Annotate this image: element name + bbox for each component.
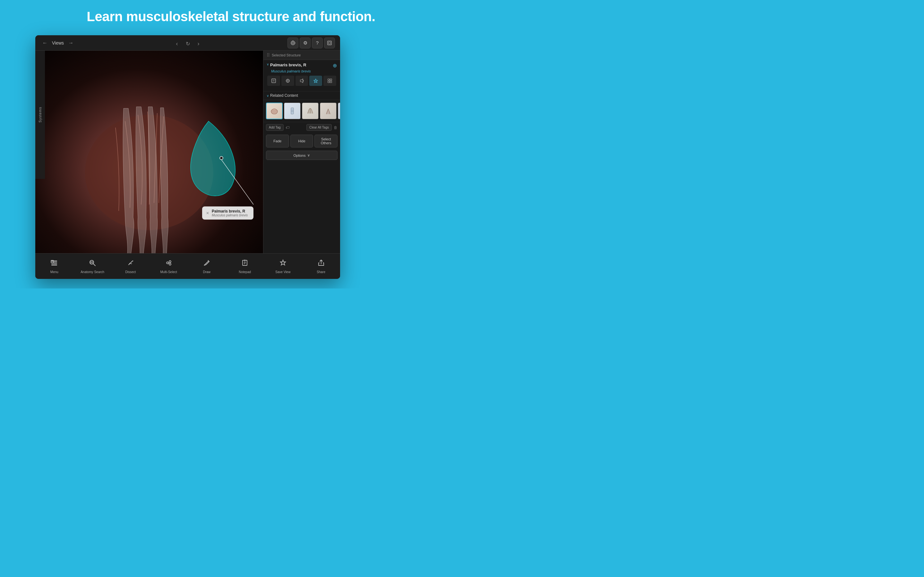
nav-arrows: ‹ ↻ ›: [176, 40, 200, 47]
systems-label: Systems: [38, 107, 42, 122]
related-content-label: Related Content: [270, 93, 298, 98]
draw-label: Draw: [203, 270, 210, 274]
svg-rect-9: [272, 79, 276, 83]
structure-name-row: ∨ Palmaris brevis, R ⊕: [267, 63, 337, 69]
anatomy-search-label: Anatomy Search: [81, 270, 104, 274]
page-title: Learn musculoskeletal structure and func…: [0, 0, 462, 30]
bottom-toolbar: Menu Anatomy Search: [35, 253, 340, 279]
views-group: ← Views →: [40, 39, 75, 47]
svg-rect-17: [330, 79, 332, 81]
structure-tooltip[interactable]: ✕ Palmaris brevis, R Musculus palmaris b…: [202, 206, 254, 219]
svg-rect-4: [328, 41, 331, 45]
delete-tag-icon[interactable]: 🗑: [334, 125, 338, 130]
multi-select-label: Multi-Select: [160, 270, 177, 274]
dissect-icon: [127, 259, 134, 269]
tags-row: Add Tag 🏷 Clear All Tags 🗑: [263, 122, 340, 133]
share-icon: [317, 259, 325, 269]
svg-point-36: [169, 261, 171, 263]
nav-left-icon[interactable]: ‹: [176, 40, 178, 47]
options-row: Options ∨: [263, 149, 340, 161]
options-label: Options: [294, 153, 306, 157]
settings-icon-btn[interactable]: ⚙: [300, 37, 310, 48]
multi-select-icon: [165, 259, 173, 269]
forward-button[interactable]: →: [66, 39, 75, 47]
structure-latin-name: Musculus palmaris brevis: [271, 69, 337, 73]
svg-line-38: [168, 262, 169, 263]
hand-icon-btn[interactable]: [281, 76, 294, 86]
thumbnail-2[interactable]: [284, 103, 300, 119]
grid-icon-btn[interactable]: [323, 76, 336, 86]
svg-point-37: [169, 263, 171, 265]
save-view-icon: [279, 259, 287, 269]
thumbnail-4[interactable]: [320, 103, 336, 119]
selected-structure-section: ∨ Palmaris brevis, R ⊕ Musculus palmaris…: [263, 60, 340, 91]
top-toolbar: ← Views → ‹ ↻ › ⚙ ?: [35, 35, 340, 51]
options-chevron-icon: ∨: [307, 153, 310, 157]
share-icon-btn[interactable]: [288, 37, 298, 48]
structure-chevron-icon[interactable]: ∨: [267, 63, 269, 66]
svg-point-20: [271, 109, 278, 114]
thumbnail-1[interactable]: [266, 103, 283, 119]
app-window: ← Views → ‹ ↻ › ⚙ ?: [35, 35, 340, 279]
thumbnail-5[interactable]: [338, 103, 340, 119]
share-label: Share: [317, 270, 325, 274]
audio-icon-btn[interactable]: [296, 76, 309, 86]
pin-icon-btn[interactable]: [309, 76, 322, 86]
svg-point-1: [292, 42, 294, 44]
hide-button[interactable]: Hide: [290, 135, 313, 147]
dissect-label: Dissect: [125, 270, 136, 274]
action-btns-row: Fade Hide Select Others: [263, 133, 340, 149]
action-icons-row: [267, 76, 337, 86]
panel-dots-icon: ⠿: [267, 53, 270, 58]
target-icon[interactable]: ⊕: [333, 63, 337, 69]
menu-button[interactable]: Menu: [35, 253, 73, 279]
add-tag-button[interactable]: Add Tag: [266, 124, 284, 131]
svg-rect-19: [330, 81, 332, 83]
views-label: Views: [52, 40, 64, 45]
notepad-label: Notepad: [239, 270, 251, 274]
notepad-icon: [241, 259, 249, 269]
svg-rect-5: [328, 42, 330, 44]
thumbnails-row: [263, 100, 340, 122]
nav-right-icon[interactable]: ›: [198, 40, 200, 47]
draw-button[interactable]: Draw: [188, 253, 226, 279]
book-icon-btn[interactable]: [267, 76, 280, 86]
anatomy-search-button[interactable]: Anatomy Search: [73, 253, 111, 279]
fade-button[interactable]: Fade: [266, 135, 289, 147]
panel-section-header: ⠿ Selected Structure: [263, 51, 340, 60]
help-icon-btn[interactable]: ?: [312, 37, 323, 48]
multi-select-button[interactable]: Multi-Select: [150, 253, 188, 279]
systems-panel[interactable]: Systems: [35, 51, 45, 179]
refresh-icon[interactable]: ↻: [186, 41, 190, 47]
menu-label: Menu: [50, 270, 58, 274]
tooltip-text: Palmaris brevis, R Musculus palmaris bre…: [212, 209, 248, 217]
right-panel: ⠿ Selected Structure ∨ Palmaris brevis, …: [263, 51, 340, 266]
svg-line-39: [168, 263, 169, 264]
tooltip-structure-name: Palmaris brevis, R: [212, 209, 248, 213]
related-content-header: ∨ Related Content: [263, 91, 340, 100]
svg-rect-16: [328, 79, 330, 81]
thumbnail-3[interactable]: [302, 103, 318, 119]
anatomy-svg: [35, 51, 263, 266]
svg-point-35: [166, 262, 168, 264]
svg-marker-15: [300, 79, 303, 83]
clear-tags-button[interactable]: Clear All Tags: [306, 124, 332, 131]
structure-name: Palmaris brevis, R: [270, 63, 333, 67]
menu-icon: [50, 259, 58, 269]
notepad-button[interactable]: Notepad: [226, 253, 264, 279]
back-button[interactable]: ←: [40, 39, 49, 47]
options-button[interactable]: Options ∨: [266, 151, 338, 160]
dissect-button[interactable]: Dissect: [111, 253, 150, 279]
share-button[interactable]: Share: [302, 253, 340, 279]
related-chevron[interactable]: ∨: [267, 94, 269, 97]
save-view-button[interactable]: Save View: [264, 253, 302, 279]
anatomy-background: [35, 51, 263, 266]
expand-icon-btn[interactable]: [324, 37, 335, 48]
tooltip-close-icon[interactable]: ✕: [206, 211, 209, 215]
select-others-button[interactable]: Select Others: [314, 135, 338, 147]
toolbar-right: ⚙ ?: [288, 37, 335, 48]
svg-rect-26: [51, 261, 57, 261]
save-view-label: Save View: [275, 270, 290, 274]
3d-view[interactable]: ✕ Palmaris brevis, R Musculus palmaris b…: [35, 51, 263, 266]
svg-line-31: [94, 264, 95, 266]
